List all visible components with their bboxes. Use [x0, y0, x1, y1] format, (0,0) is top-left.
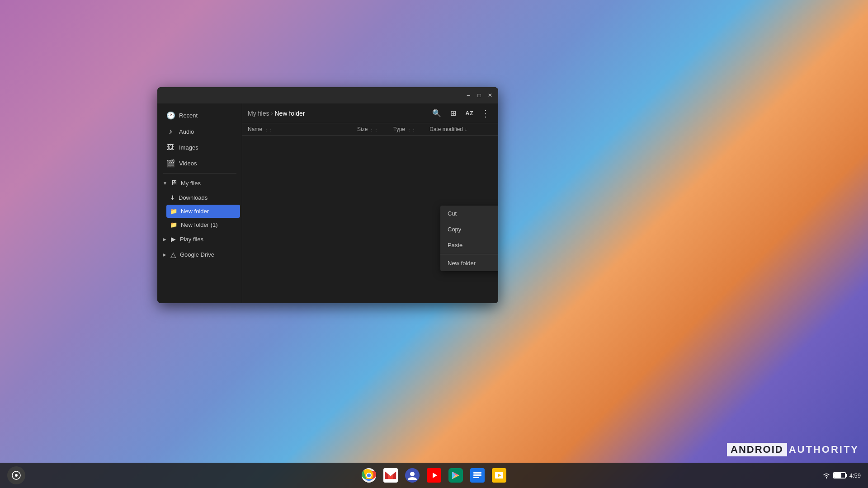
- context-menu-divider: [440, 254, 498, 254]
- watermark-android: ANDROID: [727, 443, 787, 456]
- sidebar-item-downloads-label: Downloads: [179, 194, 208, 201]
- audio-icon: ♪: [166, 127, 175, 136]
- context-menu-new-folder-label: New folder: [448, 260, 476, 267]
- minimize-button[interactable]: –: [464, 91, 473, 100]
- googledrive-icon: △: [169, 250, 177, 259]
- taskbar-gmail[interactable]: [382, 466, 400, 484]
- status-icons: [822, 472, 846, 479]
- toolbar-actions: 🔍 ⊞ AZ ⋮: [429, 106, 493, 121]
- context-menu-copy[interactable]: Copy Ctrl+C: [440, 221, 498, 237]
- grid-view-button[interactable]: ⊞: [446, 106, 460, 121]
- svg-rect-14: [473, 472, 481, 474]
- svg-point-5: [367, 474, 371, 477]
- sidebar-item-recent-label: Recent: [179, 112, 198, 119]
- window-titlebar: – □ ✕: [157, 87, 498, 103]
- taskbar-right: 4:59: [822, 472, 861, 479]
- col-date-label: Date modified: [429, 126, 463, 132]
- battery-fill: [834, 473, 842, 478]
- context-menu-paste-label: Paste: [448, 242, 462, 249]
- close-button[interactable]: ✕: [486, 91, 495, 100]
- file-manager-window: – □ ✕ 🕐 Recent ♪ Audio 🖼 Images 🎬 Videos: [157, 87, 498, 303]
- context-menu-cut-label: Cut: [448, 210, 457, 217]
- system-clock: 4:59: [849, 472, 861, 479]
- taskbar-playstore[interactable]: [447, 466, 465, 484]
- col-date-sort-icon: ↓: [465, 127, 467, 132]
- file-area[interactable]: Cut Ctrl+X Copy Ctrl+C Paste Ctrl+V New …: [242, 136, 498, 303]
- toolbar: My files › New folder 🔍 ⊞ AZ ⋮: [242, 103, 498, 123]
- breadcrumb-root[interactable]: My files: [248, 110, 269, 117]
- sidebar-item-images-label: Images: [179, 144, 198, 151]
- downloads-icon: ⬇: [170, 194, 175, 201]
- context-menu-cut[interactable]: Cut Ctrl+X: [440, 206, 498, 221]
- playfiles-icon: ▶: [169, 235, 177, 243]
- taskbar-youtube[interactable]: [425, 466, 443, 484]
- col-size-label: Size: [357, 126, 368, 132]
- taskbar-chrome[interactable]: [360, 466, 378, 484]
- images-icon: 🖼: [166, 143, 175, 151]
- col-name-label: Name: [248, 126, 262, 132]
- taskbar-slides[interactable]: [490, 466, 508, 484]
- col-name-header[interactable]: Name ⋮⋮: [248, 126, 357, 132]
- breadcrumb-separator: ›: [271, 110, 273, 117]
- recent-icon: 🕐: [166, 111, 175, 120]
- watermark-authority: AUTHORITY: [789, 444, 859, 455]
- more-button[interactable]: ⋮: [478, 106, 493, 121]
- sort-button[interactable]: AZ: [462, 106, 476, 121]
- sidebar-item-audio-label: Audio: [179, 128, 194, 135]
- sidebar-item-images[interactable]: 🖼 Images: [159, 140, 240, 155]
- search-button[interactable]: 🔍: [429, 106, 444, 121]
- sidebar-playfiles-label: Play files: [180, 236, 203, 243]
- myfiles-children: ⬇ Downloads 📁 New folder ⣿ 📁 New folder …: [157, 191, 242, 231]
- context-menu-paste[interactable]: Paste Ctrl+V: [440, 237, 498, 253]
- svg-point-9: [410, 472, 415, 476]
- sidebar: 🕐 Recent ♪ Audio 🖼 Images 🎬 Videos ▼ 🖥 M…: [157, 103, 242, 303]
- maximize-button[interactable]: □: [475, 91, 484, 100]
- wifi-icon: [822, 472, 830, 479]
- window-body: 🕐 Recent ♪ Audio 🖼 Images 🎬 Videos ▼ 🖥 M…: [157, 103, 498, 303]
- svg-point-1: [15, 474, 18, 477]
- sidebar-item-new-folder-label: New folder: [181, 208, 209, 215]
- sidebar-item-new-folder-1-label: New folder (1): [181, 221, 218, 228]
- sidebar-item-new-folder[interactable]: 📁 New folder ⣿: [166, 205, 240, 218]
- col-type-handle[interactable]: ⋮⋮: [407, 127, 416, 132]
- column-headers: Name ⋮⋮ Size ⋮⋮ Type ⋮⋮ Date modified ↓: [242, 123, 498, 136]
- myfiles-chevron-icon: ▼: [163, 181, 167, 186]
- sidebar-item-downloads[interactable]: ⬇ Downloads: [166, 191, 240, 204]
- battery-icon: [833, 472, 846, 479]
- col-date-header[interactable]: Date modified ↓: [429, 126, 493, 132]
- sidebar-item-audio[interactable]: ♪ Audio: [159, 124, 240, 139]
- watermark: ANDROID AUTHORITY: [727, 443, 859, 456]
- sidebar-myfiles-label: My files: [181, 180, 201, 187]
- context-menu-copy-label: Copy: [448, 226, 461, 233]
- sidebar-googledrive-label: Google Drive: [180, 251, 214, 258]
- col-size-handle[interactable]: ⋮⋮: [369, 127, 378, 132]
- sidebar-myfiles-header[interactable]: ▼ 🖥 My files: [159, 175, 240, 191]
- taskbar-left: [7, 466, 25, 484]
- taskbar: 4:59: [0, 463, 868, 488]
- taskbar-center: [360, 466, 508, 484]
- main-content: My files › New folder 🔍 ⊞ AZ ⋮ Name ⋮⋮: [242, 103, 498, 303]
- col-type-label: Type: [393, 126, 405, 132]
- context-menu-new-folder[interactable]: New folder Ctrl+E: [440, 255, 498, 271]
- sidebar-item-videos[interactable]: 🎬 Videos: [159, 155, 240, 171]
- col-size-header[interactable]: Size ⋮⋮: [357, 126, 393, 132]
- sidebar-divider-1: [163, 173, 236, 174]
- breadcrumb-current[interactable]: New folder: [274, 110, 305, 117]
- sidebar-item-recent[interactable]: 🕐 Recent: [159, 108, 240, 123]
- col-name-handle[interactable]: ⋮⋮: [264, 127, 273, 132]
- context-menu: Cut Ctrl+X Copy Ctrl+C Paste Ctrl+V New …: [440, 206, 498, 271]
- sidebar-item-videos-label: Videos: [179, 160, 197, 167]
- sidebar-playfiles-header[interactable]: ▶ ▶ Play files: [159, 232, 240, 246]
- col-type-header[interactable]: Type ⋮⋮: [393, 126, 429, 132]
- googledrive-chevron-icon: ▶: [163, 252, 166, 257]
- videos-icon: 🎬: [166, 159, 175, 168]
- sidebar-googledrive-header[interactable]: ▶ △ Google Drive: [159, 247, 240, 263]
- taskbar-files[interactable]: [468, 466, 486, 484]
- playfiles-chevron-icon: ▶: [163, 237, 166, 242]
- myfiles-icon: 🖥: [170, 179, 178, 187]
- svg-rect-16: [473, 477, 479, 478]
- sidebar-item-new-folder-1[interactable]: 📁 New folder (1): [166, 218, 240, 231]
- breadcrumb: My files › New folder: [248, 110, 426, 117]
- launcher-button[interactable]: [7, 466, 25, 484]
- taskbar-contacts[interactable]: [403, 466, 421, 484]
